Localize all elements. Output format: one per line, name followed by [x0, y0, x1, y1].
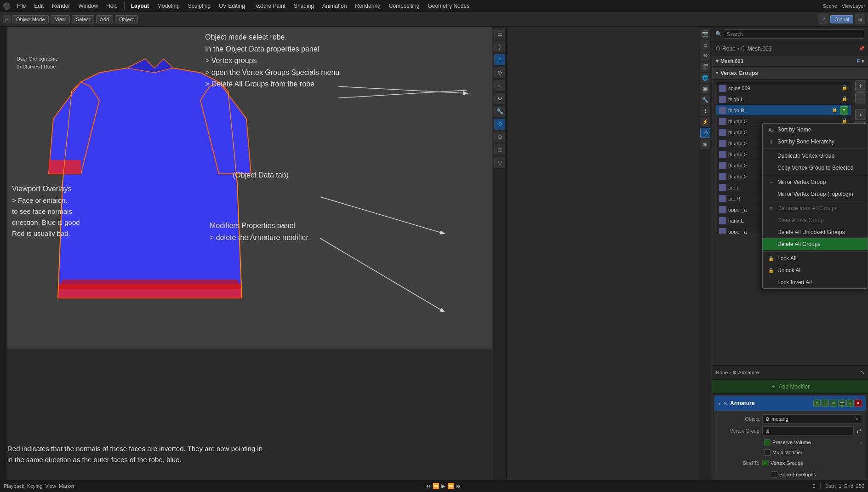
dropdown-sort-by-name[interactable]: Az Sort by Name — [763, 124, 868, 136]
preserve-volume-expand[interactable]: › — [860, 440, 862, 445]
object-menu[interactable]: Object — [115, 15, 138, 23]
lock-icon[interactable]: 🔒 — [842, 85, 848, 92]
mod-delete-button[interactable]: ✕ — [855, 400, 862, 407]
tool-btn-4[interactable]: ⊕ — [494, 67, 505, 78]
dropdown-duplicate-vg[interactable]: Duplicate Vertex Group — [763, 150, 868, 162]
modifier-collapse-icon[interactable]: ▾ — [718, 401, 720, 406]
tool-btn-3[interactable]: ≡ — [494, 54, 505, 65]
view-menu[interactable]: View — [51, 15, 70, 23]
select-menu[interactable]: Select — [72, 15, 94, 23]
mod-icon-3[interactable]: 👁 — [830, 400, 837, 407]
multi-modifier-checkbox[interactable]: □ — [764, 449, 771, 456]
clear-object-button[interactable]: ✕ — [855, 417, 859, 421]
vg-add-button[interactable]: + — [855, 80, 866, 92]
workspace-texture-paint[interactable]: Texture Paint — [250, 2, 289, 10]
tool-btn-11[interactable]: ▽ — [494, 157, 505, 168]
tool-btn-9[interactable]: ⊙ — [494, 132, 505, 143]
prop-icon-physics[interactable]: ⚡ — [700, 117, 710, 127]
keying-menu[interactable]: Keying — [27, 483, 43, 489]
bind-vertex-groups-checkbox[interactable]: ✓ — [762, 460, 769, 466]
tool-btn-5[interactable]: ○ — [494, 80, 505, 91]
prop-icon-material[interactable]: ◉ — [700, 139, 710, 149]
main-viewport[interactable]: User Orthographic 0) Clothes | Robe Obje… — [7, 27, 492, 349]
lock-icon[interactable]: 🔒 — [842, 96, 848, 103]
pin-icon[interactable]: 📌 — [859, 46, 864, 51]
menu-help[interactable]: Help — [103, 2, 121, 10]
dropdown-delete-all-groups[interactable]: Delete All Groups — [763, 238, 868, 250]
view-menu-bottom[interactable]: View — [45, 483, 56, 489]
modifier-expand-icon[interactable]: ⤡ — [860, 370, 864, 376]
prop-icon-output[interactable]: 🖨 — [700, 40, 710, 50]
add-modifier-bar[interactable]: ＋ Add Modifier — [712, 380, 868, 394]
dropdown-lock-invert-all[interactable]: Lock Invert All — [763, 276, 868, 288]
menu-render[interactable]: Render — [48, 2, 74, 10]
tool-btn-2[interactable]: ⟩ — [494, 41, 505, 52]
prop-icon-view[interactable]: 👁 — [700, 51, 710, 61]
dropdown-lock-all[interactable]: 🔒 Lock All — [763, 252, 868, 264]
vg-item-thigh-l[interactable]: thigh.L 🔒 — [716, 94, 851, 105]
dropdown-mirror-vg[interactable]: ↔ Mirror Vertex Group — [763, 176, 868, 188]
step-back-button[interactable]: ⏪ — [433, 483, 440, 489]
dropdown-unlock-all[interactable]: 🔓 Unlock All — [763, 264, 868, 276]
workspace-animation[interactable]: Animation — [319, 2, 350, 10]
workspace-uv-editing[interactable]: UV Editing — [215, 2, 249, 10]
fake-user-icon[interactable]: F — [857, 58, 860, 64]
swap-icon[interactable]: ⇄ — [857, 427, 862, 435]
bone-envelopes-checkbox[interactable]: □ — [771, 471, 777, 478]
prop-icon-particles[interactable]: ⋮ — [700, 106, 710, 116]
mod-icon-1[interactable]: ⚙ — [813, 400, 821, 407]
menu-window[interactable]: Window — [74, 2, 102, 10]
dropdown-mirror-vg-topo[interactable]: Mirror Vertex Group (Topology) — [763, 188, 868, 200]
frame-end[interactable]: 250 — [856, 483, 864, 489]
vg-remove-button[interactable]: − — [855, 92, 866, 103]
prop-icon-object[interactable]: ▣ — [700, 84, 710, 94]
vg-move-up-button[interactable]: ▲ — [855, 109, 866, 120]
tool-btn-7[interactable]: 🔧 — [494, 106, 505, 117]
prop-icon-modifier[interactable]: 🔧 — [700, 95, 710, 105]
workspace-geometry-nodes[interactable]: Geometry Nodes — [424, 2, 473, 10]
dropdown-copy-vg[interactable]: Copy Vertex Group to Selected — [763, 162, 868, 174]
prop-icon-data[interactable]: ⟲ — [700, 128, 710, 138]
tool-btn-8[interactable]: ⟲ — [494, 119, 505, 130]
workspace-compositing[interactable]: Compositing — [385, 2, 423, 10]
mod-icon-2[interactable]: ▷ — [822, 400, 829, 407]
vg-item-thigh-r[interactable]: thigh.R 🔒 ▾ — [716, 105, 851, 116]
skip-end-button[interactable]: ⏭ — [456, 483, 462, 489]
workspace-shading[interactable]: Shading — [290, 2, 318, 10]
vg-item-spine[interactable]: spine.009 🔒 — [716, 83, 851, 94]
transform-global[interactable]: Global — [830, 15, 853, 23]
workspace-layout[interactable]: Layout — [127, 2, 153, 10]
mod-icon-4[interactable]: 📷 — [838, 400, 845, 407]
tool-btn-10[interactable]: ⬡ — [494, 144, 505, 155]
preserve-volume-checkbox[interactable] — [764, 439, 771, 446]
menu-edit[interactable]: Edit — [30, 2, 47, 10]
workspace-modeling[interactable]: Modeling — [154, 2, 183, 10]
dropdown-sort-bone-hierarchy[interactable]: ⬆ Sort by Bone Hierarchy — [763, 136, 868, 148]
object-field[interactable]: ⚙ metarig ✕ — [762, 414, 862, 423]
prop-icon-render[interactable]: 📷 — [700, 29, 710, 39]
mode-selector[interactable]: Object Mode — [12, 15, 49, 23]
marker-menu[interactable]: Marker — [59, 483, 74, 489]
skip-start-button[interactable]: ⏮ — [425, 483, 431, 489]
search-input[interactable] — [724, 29, 864, 39]
vertex-groups-section-header[interactable]: ▾ Vertex Groups — [712, 67, 868, 80]
tool-btn-6[interactable]: ⚙ — [494, 93, 505, 104]
workspace-rendering[interactable]: Rendering — [351, 2, 384, 10]
lock-icon[interactable]: 🔒 — [832, 107, 838, 114]
vertex-group-field[interactable]: ⊞ — [762, 426, 854, 435]
dropdown-delete-unlocked[interactable]: Delete All Unlocked Groups — [763, 226, 868, 238]
frame-start[interactable]: 1 — [839, 483, 841, 489]
blender-logo[interactable]: ⚫ — [3, 2, 11, 10]
snap-icon[interactable]: ⊞ — [855, 14, 865, 24]
workspace-sculpting[interactable]: Sculpting — [184, 2, 214, 10]
playback-menu[interactable]: Playback — [4, 483, 24, 489]
tool-btn-1[interactable]: ☰ — [494, 29, 505, 40]
step-forward-button[interactable]: ⏩ — [447, 483, 454, 489]
prop-icon-scene[interactable]: 🎬 — [700, 62, 710, 72]
prop-icon-world[interactable]: 🌐 — [700, 73, 710, 83]
menu-file[interactable]: File — [13, 2, 29, 10]
mod-dropdown-icon[interactable]: ▾ — [846, 400, 854, 407]
browse-icon[interactable]: ▾ — [862, 58, 864, 64]
play-button[interactable]: ▶ — [441, 483, 445, 489]
specials-button[interactable]: ▾ — [840, 106, 848, 114]
